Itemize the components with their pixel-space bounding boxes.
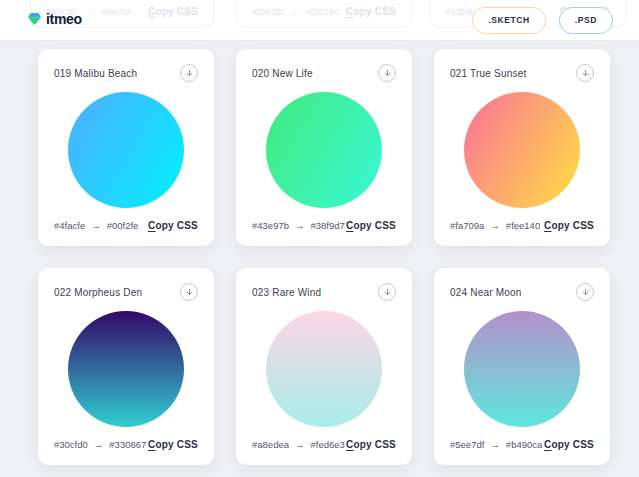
hex-to: #b490ca [506, 439, 542, 450]
gradient-grid: 019 Malibu Beach #4facfe → #00f2fe Copy … [0, 41, 639, 465]
sketch-download-button[interactable]: .SKETCH [472, 7, 546, 34]
logo-text: itmeo [46, 11, 82, 27]
header: #e0c3fc → #8ec5fc Copy CSS #f093fb → #f5… [0, 0, 639, 41]
download-button[interactable] [180, 64, 198, 82]
arrow-icon: → [490, 220, 500, 231]
gradient-hex-codes: #4facfe → #00f2fe [54, 220, 138, 231]
gradient-preview [266, 311, 382, 427]
gradient-hex-codes: #fa709a → #fee140 [450, 220, 540, 231]
gradient-card: 020 New Life #43e97b → #38f9d7 Copy CSS [236, 49, 412, 246]
gradient-preview [266, 92, 382, 208]
hex-from: #a8edea [252, 439, 289, 450]
hex-from: #f093fb [252, 6, 284, 17]
gradient-title: 024 Near Moon [450, 287, 522, 298]
hex-to: #fed6e3 [310, 439, 344, 450]
hex-to: #330867 [109, 439, 146, 450]
logo[interactable]: itmeo [28, 11, 82, 27]
arrow-icon: → [290, 6, 300, 17]
hex-from: #fdfbfb [446, 6, 475, 17]
hex-to: #f5576c [305, 6, 339, 17]
hex-to: #8ec5fc [101, 6, 134, 17]
gradient-title: 023 Rare Wind [252, 287, 321, 298]
download-button[interactable] [180, 283, 198, 301]
hex-from: #fa709a [450, 220, 484, 231]
hex-from: #4facfe [54, 220, 85, 231]
download-button[interactable] [576, 283, 594, 301]
arrow-icon: → [91, 220, 101, 231]
gradient-preview [464, 92, 580, 208]
download-button[interactable] [378, 64, 396, 82]
gradient-preview [68, 92, 184, 208]
arrow-icon: → [85, 6, 95, 17]
copy-css-button[interactable]: Copy CSS [544, 220, 594, 231]
export-buttons: .SKETCH .PSD [472, 7, 613, 34]
hex-to: #38f9d7 [310, 220, 344, 231]
hex-from: #30cfd0 [54, 439, 88, 450]
hex-to: #fee140 [506, 220, 540, 231]
download-button[interactable] [378, 283, 396, 301]
download-icon [581, 288, 590, 297]
arrow-icon: → [295, 220, 305, 231]
gradient-hex-codes: #f093fb → #f5576c [252, 6, 339, 17]
hex-to: #00f2fe [107, 220, 139, 231]
download-icon [383, 288, 392, 297]
download-icon [383, 69, 392, 78]
copy-css-button[interactable]: Copy CSS [148, 6, 198, 17]
gradient-hex-codes: #30cfd0 → #330867 [54, 439, 146, 450]
gradient-card: 024 Near Moon #5ee7df → #b490ca Copy CSS [434, 268, 610, 465]
copy-css-button[interactable]: Copy CSS [346, 439, 396, 450]
webgradients-page: #e0c3fc → #8ec5fc Copy CSS #f093fb → #f5… [0, 0, 639, 477]
download-icon [185, 288, 194, 297]
download-icon [581, 69, 590, 78]
copy-css-button[interactable]: Copy CSS [346, 6, 396, 17]
gradient-card: 023 Rare Wind #a8edea → #fed6e3 Copy CSS [236, 268, 412, 465]
gradient-title: 020 New Life [252, 68, 313, 79]
copy-css-button[interactable]: Copy CSS [148, 439, 198, 450]
hex-from: #5ee7df [450, 439, 484, 450]
gradient-title: 019 Malibu Beach [54, 68, 137, 79]
gradient-title: 021 True Sunset [450, 68, 526, 79]
hex-from: #43e97b [252, 220, 289, 231]
copy-css-button[interactable]: Copy CSS [544, 439, 594, 450]
gradient-card: 021 True Sunset #fa709a → #fee140 Copy C… [434, 49, 610, 246]
gradient-card: 019 Malibu Beach #4facfe → #00f2fe Copy … [38, 49, 214, 246]
arrow-icon: → [94, 439, 104, 450]
gradient-preview [464, 311, 580, 427]
arrow-icon: → [295, 439, 305, 450]
copy-css-button[interactable]: Copy CSS [346, 220, 396, 231]
gradient-hex-codes: #a8edea → #fed6e3 [252, 439, 345, 450]
gradient-hex-codes: #5ee7df → #b490ca [450, 439, 542, 450]
gradient-title: 022 Morpheus Den [54, 287, 142, 298]
gradient-hex-codes: #43e97b → #38f9d7 [252, 220, 345, 231]
download-icon [185, 69, 194, 78]
psd-download-button[interactable]: .PSD [559, 7, 613, 34]
download-button[interactable] [576, 64, 594, 82]
gem-icon [28, 13, 41, 25]
arrow-icon: → [490, 439, 500, 450]
faded-card: #f093fb → #f5576c Copy CSS [236, 0, 412, 28]
copy-css-button[interactable]: Copy CSS [148, 220, 198, 231]
gradient-card: 022 Morpheus Den #30cfd0 → #330867 Copy … [38, 268, 214, 465]
gradient-preview [68, 311, 184, 427]
